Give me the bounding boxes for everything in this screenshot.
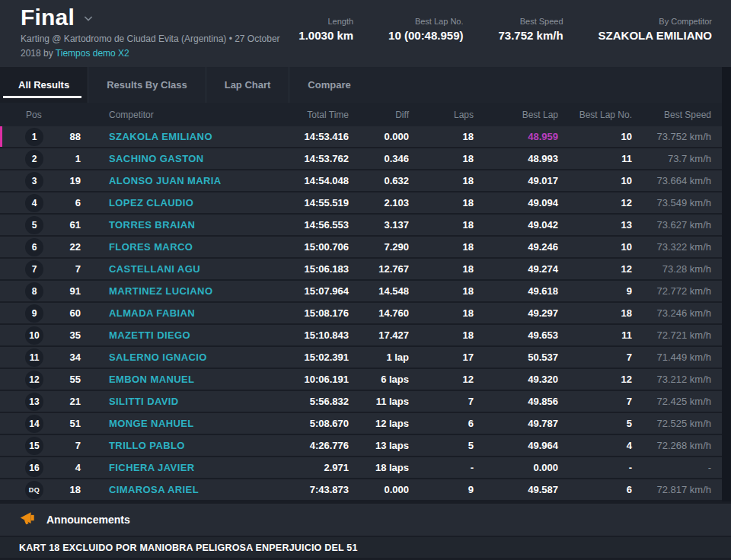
total-time: 10:06.191: [235, 374, 349, 385]
diff: 0.632: [349, 175, 409, 186]
table-row: 5 61 TORRES BRAIAN 14:56.553 3.137 18 49…: [0, 215, 722, 235]
best-speed: 72.817 km/h: [632, 484, 711, 495]
total-time: 7:43.873: [235, 484, 349, 495]
table-scrollbar-track[interactable]: [722, 67, 731, 501]
column-header-total-time: Total Time: [235, 110, 349, 120]
competitor-name[interactable]: LOPEZ CLAUDIO: [84, 197, 235, 208]
best-lap: 49.094: [474, 197, 558, 208]
competitor-name[interactable]: MAZETTI DIEGO: [84, 329, 235, 341]
competitor-name[interactable]: SILITTI DAVID: [84, 396, 235, 407]
tab-results-by-class[interactable]: Results By Class: [88, 67, 206, 103]
competitor-name[interactable]: CASTELLANI AGU: [84, 263, 235, 275]
stat-label: Length: [298, 17, 353, 26]
competitor-name[interactable]: FICHERA JAVIER: [84, 462, 235, 473]
header-stat-length: Length 1.0030 km: [298, 17, 353, 67]
total-time: 5:56.832: [235, 396, 349, 407]
best-lap-no: 5: [558, 418, 632, 429]
event-subtitle: Karting @ Kartodromo de Ciudad Evita (Ar…: [21, 32, 298, 61]
table-row: 13 21 SILITTI DAVID 5:56.832 11 laps 7 4…: [0, 391, 722, 412]
position-badge: 16: [25, 459, 43, 477]
table-row: 12 55 EMBON MANUEL 10:06.191 6 laps 12 4…: [0, 369, 722, 390]
laps: 18: [409, 285, 474, 297]
kart-number: 55: [55, 374, 84, 385]
diff: 0.346: [349, 153, 409, 164]
competitor-name[interactable]: SALERNO IGNACIO: [84, 352, 235, 363]
laps: 17: [409, 352, 474, 363]
total-time: 15:07.964: [235, 285, 349, 297]
best-speed: 72.525 km/h: [632, 418, 711, 429]
competitor-name[interactable]: ALMADA FABIAN: [84, 307, 235, 319]
best-lap-no: 6: [558, 484, 632, 495]
diff: 13 laps: [349, 440, 409, 451]
tab-all-results[interactable]: All Results: [0, 67, 88, 103]
best-lap: 50.537: [474, 352, 558, 363]
laps: 18: [409, 241, 474, 253]
kart-number: 35: [55, 329, 84, 341]
laps: 18: [409, 263, 474, 275]
laps: 5: [409, 440, 474, 451]
competitor-name[interactable]: MONGE NAHUEL: [84, 418, 235, 429]
diff: 11 laps: [349, 396, 409, 407]
competitor-name[interactable]: SZAKOLA EMILIANO: [84, 131, 235, 142]
header-left: Final Karting @ Kartodromo de Ciudad Evi…: [21, 5, 298, 67]
tab-compare[interactable]: Compare: [289, 67, 369, 103]
stat-label: Best Lap No.: [388, 17, 463, 26]
laps: 18: [409, 219, 474, 231]
diff: 1 lap: [349, 352, 409, 363]
organizer-link[interactable]: Tiempos demo X2: [56, 48, 129, 59]
kart-number: 51: [55, 418, 84, 429]
diff: 18 laps: [349, 462, 409, 473]
stat-label: Best Speed: [499, 17, 563, 26]
position-badge: 8: [25, 282, 43, 301]
table-row: 14 51 MONGE NAHUEL 5:08.670 12 laps 6 49…: [0, 413, 722, 434]
best-lap-no: 10: [558, 175, 632, 186]
total-time: 14:56.553: [235, 219, 349, 231]
total-time: 15:00.706: [235, 241, 349, 253]
best-lap: 49.246: [474, 241, 558, 253]
table-row: 8 91 MARTINEZ LUCIANO 15:07.964 14.548 1…: [0, 281, 722, 301]
competitor-name[interactable]: SACHINO GASTON: [84, 153, 235, 164]
position-badge: DQ: [25, 481, 43, 499]
total-time: 5:08.670: [235, 418, 349, 429]
table-row: 9 60 ALMADA FABIAN 15:08.176 14.760 18 4…: [0, 303, 722, 323]
page-title: Final: [21, 5, 75, 30]
best-speed: 72.721 km/h: [632, 329, 711, 341]
competitor-name[interactable]: FLORES MARCO: [84, 241, 235, 253]
total-time: 14:53.416: [235, 131, 349, 142]
competitor-name[interactable]: MARTINEZ LUCIANO: [84, 285, 235, 297]
kart-number: 21: [55, 396, 84, 407]
table-row: 7 7 CASTELLANI AGU 15:06.183 12.767 18 4…: [0, 259, 722, 279]
competitor-name[interactable]: EMBON MANUEL: [84, 374, 235, 385]
laps: 18: [409, 175, 474, 186]
best-lap-no: 9: [558, 285, 632, 297]
table-row: 4 6 LOPEZ CLAUDIO 14:55.519 2.103 18 49.…: [0, 192, 722, 213]
diff: 17.427: [349, 329, 409, 341]
chevron-down-icon[interactable]: [82, 12, 94, 27]
tab-lap-chart[interactable]: Lap Chart: [206, 67, 289, 103]
announcements-header: Announcements: [0, 504, 731, 536]
laps: 18: [409, 329, 474, 341]
best-lap: 49.274: [474, 263, 558, 275]
best-lap: 49.787: [474, 418, 558, 429]
kart-number: 6: [55, 197, 84, 208]
best-lap: 49.964: [474, 440, 558, 451]
best-speed: 73.212 km/h: [632, 374, 711, 385]
competitor-name[interactable]: TORRES BRAIAN: [84, 219, 235, 231]
diff: 14.760: [349, 307, 409, 319]
stat-value: SZAKOLA EMILIANO: [599, 29, 712, 42]
kart-number: 19: [55, 175, 84, 186]
total-time: 4:26.776: [235, 440, 349, 451]
competitor-name[interactable]: ALONSO JUAN MARIA: [84, 175, 235, 186]
laps: -: [409, 462, 474, 473]
diff: 6 laps: [349, 374, 409, 385]
best-lap: 49.320: [474, 374, 558, 385]
best-speed: 72.425 km/h: [632, 396, 711, 407]
best-lap-no: 12: [558, 263, 632, 275]
position-badge: 5: [25, 216, 43, 234]
competitor-name[interactable]: TRILLO PABLO: [84, 440, 235, 451]
best-speed: -: [632, 462, 711, 473]
competitor-name[interactable]: CIMAROSA ARIEL: [84, 484, 235, 495]
best-lap-no: -: [558, 462, 632, 473]
diff: 0.000: [349, 484, 409, 495]
best-speed: 72.268 km/h: [632, 440, 711, 451]
